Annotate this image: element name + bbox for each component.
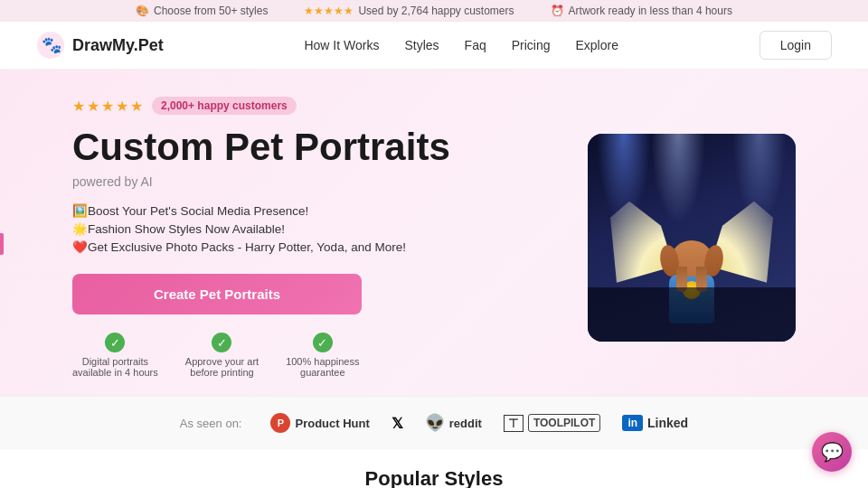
nav-faq[interactable]: Faq (465, 38, 486, 52)
product-hunt-label: Product Hunt (295, 417, 369, 430)
logo-icon: 🐾 (36, 31, 65, 60)
nav-links: How It Works Styles Faq Pricing Explore (304, 38, 618, 52)
hero-image (588, 134, 796, 342)
x-twitter-icon: 𝕏 (392, 415, 403, 432)
login-button[interactable]: Login (760, 31, 832, 60)
trust-items: ✓ Digital portraits available in 4 hours… (72, 333, 552, 378)
product-hunt-icon: P (270, 413, 290, 433)
popular-styles-title: Popular Styles (36, 467, 832, 488)
banner-customers-text: Used by 2,764 happy customers (358, 5, 514, 17)
trust-check-2: ✓ (212, 333, 231, 352)
hero-content: ★★★★★ 2,000+ happy customers Custom Pet … (72, 97, 552, 378)
navigation: 🐾 DrawMy.Pet How It Works Styles Faq Pri… (0, 22, 868, 70)
dog-illustration (588, 134, 796, 342)
customer-badge: 2,000+ happy customers (152, 97, 297, 115)
banner-styles-text: Choose from 50+ styles (154, 5, 268, 17)
nav-explore[interactable]: Explore (576, 38, 618, 52)
banner-item-customers: ★★★★★ Used by 2,764 happy customers (304, 5, 514, 17)
top-banner: 🎨 Choose from 50+ styles ★★★★★ Used by 2… (0, 0, 868, 22)
logo[interactable]: 🐾 DrawMy.Pet (36, 31, 164, 60)
reddit-label: reddit (449, 417, 482, 430)
trust-label-2: Approve your art before printing (185, 356, 259, 378)
brand-reddit: 👽 reddit (425, 413, 482, 433)
toolpilot-icon: ⊤ (504, 415, 524, 432)
popular-styles-section: Popular Styles 👑 ⚔️ 🐕 🐶 (0, 449, 868, 488)
linkedin-icon: in (622, 415, 643, 431)
nav-pricing[interactable]: Pricing (512, 38, 551, 52)
brand-product-hunt: P Product Hunt (270, 413, 369, 433)
nav-accent (0, 233, 4, 255)
trust-item-happiness: ✓ 100% happiness guarantee (286, 333, 359, 378)
banner-time-text: Artwork ready in less than 4 hours (569, 5, 732, 17)
brand-linkedin: in Linked (622, 415, 688, 431)
nav-how-it-works[interactable]: How It Works (304, 38, 379, 52)
audience-silhouette (588, 287, 796, 342)
stage-light-2 (651, 134, 705, 224)
trust-check-1: ✓ (105, 333, 125, 352)
hero-title: Custom Pet Portraits (72, 126, 552, 169)
hero-stars: ★★★★★ (72, 98, 145, 115)
brand-x: 𝕏 (392, 415, 403, 432)
as-seen-on-section: As seen on: P Product Hunt 𝕏 👽 reddit ⊤ … (0, 396, 868, 449)
feature-fashion: 🌟Fashion Show Styles Now Available! (72, 221, 552, 236)
toolpilot-label: TOOLPILOT (528, 414, 600, 432)
trust-item-approve: ✓ Approve your art before printing (185, 333, 259, 378)
create-portraits-button[interactable]: Create Pet Portraits (72, 274, 362, 314)
trust-check-3: ✓ (313, 333, 333, 352)
reddit-icon: 👽 (425, 413, 445, 433)
chat-widget[interactable]: 💬 (812, 432, 852, 472)
banner-item-time: ⏰ Artwork ready in less than 4 hours (551, 5, 732, 17)
nav-styles[interactable]: Styles (404, 38, 439, 52)
brand-toolpilot: ⊤ TOOLPILOT (504, 414, 600, 432)
as-seen-label: As seen on: (180, 417, 242, 430)
trust-label-1: Digital portraits available in 4 hours (72, 356, 158, 378)
hero-features: 🖼️Boost Your Pet's Social Media Presence… (72, 203, 552, 254)
trust-label-3: 100% happiness guarantee (286, 356, 359, 378)
hero-section: ★★★★★ 2,000+ happy customers Custom Pet … (0, 70, 868, 396)
logo-text: DrawMy.Pet (72, 36, 164, 55)
chat-icon: 💬 (821, 441, 844, 463)
palette-icon: 🎨 (136, 5, 149, 17)
banner-item-styles: 🎨 Choose from 50+ styles (136, 5, 268, 17)
banner-stars: ★★★★★ (304, 5, 354, 17)
hero-subtitle: powered by AI (72, 174, 552, 189)
feature-packs: ❤️Get Exclusive Photo Packs - Harry Pott… (72, 239, 552, 254)
linkedin-label: Linked (647, 416, 688, 430)
hero-rating: ★★★★★ 2,000+ happy customers (72, 97, 552, 115)
clock-icon: ⏰ (551, 5, 564, 17)
svg-text:🐾: 🐾 (42, 35, 62, 55)
hero-image-container (588, 134, 796, 342)
feature-social: 🖼️Boost Your Pet's Social Media Presence… (72, 203, 552, 218)
trust-item-digital: ✓ Digital portraits available in 4 hours (72, 333, 158, 378)
